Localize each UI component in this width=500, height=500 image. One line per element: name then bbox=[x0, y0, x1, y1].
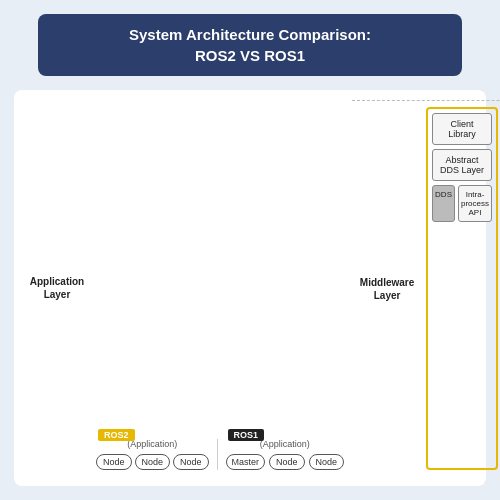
ros1-app-caption: (Application) bbox=[260, 439, 310, 449]
ros1-nodes-row: Master Node Node bbox=[226, 454, 345, 470]
page: System Architecture Comparison: ROS2 VS … bbox=[0, 0, 500, 500]
ros2-mw-section: Client Library Abstract DDS Layer DDS In… bbox=[426, 107, 498, 470]
ros2-node-3: Node bbox=[173, 454, 209, 470]
mw-layer-row: MiddlewareLayer Client Library Abstract … bbox=[352, 100, 500, 476]
ros2-nodes-row: Node Node Node bbox=[96, 454, 209, 470]
app-diagrams: ROS2 (Application) Node Node Node ROS1 (… bbox=[92, 100, 348, 476]
mw-diagrams: Client Library Abstract DDS Layer DDS In… bbox=[422, 101, 500, 476]
app-layer-row: ApplicationLayer ROS2 (Application) Node… bbox=[22, 100, 348, 476]
ros2-node-2: Node bbox=[135, 454, 171, 470]
ros2-dds: DDS bbox=[432, 185, 455, 222]
mw-layer-label: MiddlewareLayer bbox=[352, 101, 422, 476]
ros2-abstract-dds: Abstract DDS Layer bbox=[432, 149, 492, 181]
ros2-dds-row: DDS Intra-process API bbox=[432, 185, 492, 222]
ros2-node-1: Node bbox=[96, 454, 132, 470]
ros1-app-section: ROS1 (Application) Master Node Node bbox=[217, 439, 345, 470]
title-text: System Architecture Comparison: ROS2 VS … bbox=[58, 24, 443, 66]
ros2-app-caption: (Application) bbox=[127, 439, 177, 449]
ros1-master: Master bbox=[226, 454, 266, 470]
ros2-app-section: ROS2 (Application) Node Node Node bbox=[96, 439, 209, 470]
title-box: System Architecture Comparison: ROS2 VS … bbox=[38, 14, 463, 76]
ros1-label-badge: ROS1 bbox=[228, 429, 265, 441]
main-content: ApplicationLayer ROS2 (Application) Node… bbox=[14, 90, 486, 486]
app-layer-label: ApplicationLayer bbox=[22, 100, 92, 476]
ros1-node-1: Node bbox=[269, 454, 305, 470]
ros2-label-badge: ROS2 bbox=[98, 429, 135, 441]
ros1-node-2: Node bbox=[309, 454, 345, 470]
ros2-client-library: Client Library bbox=[432, 113, 492, 145]
ros2-intra-process: Intra-process API bbox=[458, 185, 492, 222]
